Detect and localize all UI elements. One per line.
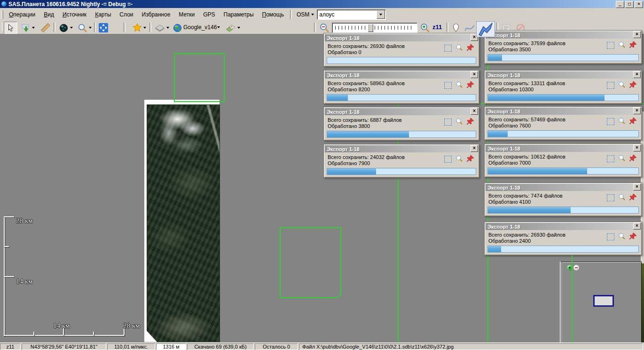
selection-rect-icon[interactable] [607,42,614,49]
close-button[interactable]: × [633,107,641,114]
path-tool-button[interactable] [463,22,477,34]
selection-rect-icon[interactable] [444,45,452,52]
export-dialog-titlebar[interactable]: Экспорт 1-18 [486,108,641,115]
menu-item-3[interactable]: Карты [91,10,115,19]
cursor-tool-button[interactable] [4,22,17,34]
selection-rect-icon[interactable] [607,118,614,125]
export-dialog-titlebar[interactable]: Экспорт 1-18 [486,145,641,152]
menu-item-4[interactable]: Слои [115,10,137,19]
pin-button[interactable] [629,81,637,89]
zoom-out-button[interactable] [318,22,331,34]
export-dialog-titlebar[interactable]: Экспорт 1-18 [325,72,478,79]
mini-zoom-out-button[interactable] [573,265,579,270]
pin-icon [629,154,637,162]
progress-fill [488,55,502,61]
zoom-to-selection-button[interactable] [456,44,463,52]
export-dialog-titlebar[interactable]: Экспорт 1-18 [325,34,478,41]
toolbar-grip[interactable] [1,10,3,19]
export-dialog-titlebar[interactable]: Экспорт 1-18 [325,108,478,115]
search-input[interactable]: алоус [319,11,334,18]
pin-button[interactable] [629,154,637,163]
menu-item-5[interactable]: Избранное [138,10,175,19]
close-button[interactable]: × [471,108,478,115]
selection-rect-icon[interactable] [607,82,614,89]
selection-rect-icon[interactable] [607,233,614,240]
export-dialog: Экспорт 1-18×Всего сохранить: 7474 файло… [484,183,642,216]
chevron-down-icon[interactable] [217,26,220,28]
chevron-down-icon [32,27,35,29]
export-dialog-titlebar[interactable]: Экспорт 1-18 [486,32,641,39]
zoom-slider-thumb[interactable] [368,24,373,32]
menu-item-8[interactable]: Параметры [220,10,258,19]
active-map-label[interactable]: Google_v146 [183,24,217,31]
progress-bar [487,246,639,253]
zoom-to-selection-button[interactable] [456,155,463,163]
pin-button[interactable] [467,44,474,52]
pin-button[interactable] [629,117,637,126]
osm-dropdown-button[interactable]: OSM [294,10,317,19]
ruler-tool-button[interactable] [39,22,53,34]
pin-button[interactable] [467,155,474,163]
search-tool-button[interactable] [75,22,94,34]
zoom-in-button[interactable] [418,22,432,34]
close-button[interactable]: × [633,71,641,78]
zoom-to-selection-button[interactable] [618,232,626,241]
pin-button[interactable] [467,118,474,126]
close-button[interactable]: × [471,145,478,152]
menu-item-1[interactable]: Вид [39,10,58,19]
export-dialog-titlebar[interactable]: Экспорт 1-18 [325,145,478,152]
polygon-selection-tool-button[interactable] [476,21,495,37]
selection-rectangle-1 [174,53,225,102]
map-type-button[interactable] [171,22,183,34]
selection-rect-icon[interactable] [607,194,614,201]
zoom-slider-ticks [335,26,414,30]
zoom-to-selection-button[interactable] [618,154,626,163]
layers-button[interactable] [223,22,243,34]
export-dialog-titlebar[interactable]: Экспорт 1-18 [486,72,641,79]
progress-bar [487,94,639,101]
pin-button[interactable] [629,41,637,49]
zoom-to-selection-button[interactable] [618,41,626,49]
cache-mode-button[interactable] [152,22,171,34]
search-dropdown-button[interactable] [377,10,385,19]
pin-icon [467,118,474,125]
pin-button[interactable] [629,232,637,241]
zoom-to-selection-button[interactable] [618,81,626,89]
selection-rect-icon[interactable] [607,155,614,162]
zoom-slider[interactable] [332,23,417,33]
close-button[interactable]: × [471,71,478,78]
progress-fill [488,131,508,137]
total-files-label: Всего сохранить: 6887 файлов [328,117,402,123]
selection-rect-icon[interactable] [444,156,452,163]
pin-button[interactable] [629,193,637,202]
close-button[interactable]: × [635,1,643,8]
download-map-button[interactable] [56,22,75,34]
menu-item-9[interactable]: Помощь [258,10,288,19]
zoom-to-selection-button[interactable] [456,118,463,126]
fullscreen-button[interactable] [96,22,110,34]
zoom-to-selection-button[interactable] [456,81,463,89]
close-button[interactable]: × [633,223,641,230]
export-dialog-titlebar[interactable]: Экспорт 1-18 [486,184,641,191]
pin-button[interactable] [467,81,474,89]
menu-item-6[interactable]: Метки [174,10,199,19]
maximize-button[interactable]: □ [625,1,634,8]
viewport-indicator[interactable] [593,295,614,307]
export-dialog-titlebar[interactable]: Экспорт 1-18 [486,223,641,230]
menu-item-7[interactable]: GPS [199,10,219,19]
minimize-button[interactable]: _ [616,1,624,8]
selection-tool-button[interactable] [18,22,38,34]
preview-window[interactable] [561,262,642,343]
menu-item-2[interactable]: Источник [58,10,91,19]
selection-rect-icon[interactable] [444,82,452,89]
zoom-to-selection-button[interactable] [618,117,626,126]
favorites-button[interactable] [130,22,149,34]
close-button[interactable]: × [633,144,641,151]
placemark-tool-button[interactable] [449,22,463,34]
close-button[interactable]: × [633,183,641,191]
close-button[interactable]: × [633,31,641,38]
selection-rect-icon[interactable] [444,119,452,126]
menu-item-0[interactable]: Операции [5,10,39,19]
zoom-to-selection-button[interactable] [618,193,626,202]
search-combobox[interactable]: алоус [317,9,386,20]
